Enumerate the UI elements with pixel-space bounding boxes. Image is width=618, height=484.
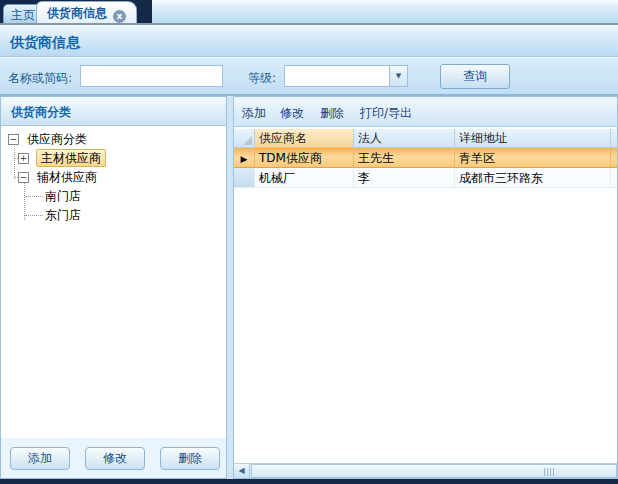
cell-supplier-name[interactable]: 机械厂: [255, 168, 354, 188]
row-indicator-header[interactable]: [234, 129, 255, 148]
tab-home-label: 主页: [11, 8, 35, 22]
cell-address[interactable]: 成都市三环路东: [455, 168, 611, 188]
tree-node-main-supplier[interactable]: +主材供应商: [1, 149, 226, 168]
expand-icon[interactable]: +: [18, 153, 29, 164]
tree-leaf-east-store-label[interactable]: 东门店: [45, 208, 81, 222]
name-code-input[interactable]: [80, 65, 223, 87]
table-row[interactable]: 机械厂 李 成都市三环路东: [234, 168, 617, 188]
chevron-down-icon: ▼: [396, 72, 401, 80]
tree-node-aux-supplier[interactable]: −辅材供应商: [1, 168, 226, 187]
app-window: 主页 供货商信息x 供货商信息 名称或简码: 等级: ▼ 查询 供货商分类: [0, 0, 618, 484]
cell-legal-person[interactable]: 王先生: [354, 148, 455, 168]
column-header-supplier-name[interactable]: 供应商名: [255, 129, 354, 148]
column-header-clipped: [611, 129, 617, 148]
tab-close-icon[interactable]: x: [113, 10, 126, 23]
tree-node-main-supplier-label[interactable]: 主材供应商: [36, 149, 106, 167]
tab-strip: 主页 供货商信息x: [0, 0, 618, 25]
supplier-grid-panel: 添加 修改 删除 打印/导出 供应商名 法人 详细地址 ▶ TDM供应商: [233, 96, 618, 479]
level-label: 等级:: [248, 70, 276, 87]
supplier-table: 供应商名 法人 详细地址 ▶ TDM供应商 王先生 青羊区 机械厂: [234, 129, 617, 463]
cell-address[interactable]: 青羊区: [455, 148, 611, 168]
toolbar-print-export-button[interactable]: 打印/导出: [360, 105, 412, 122]
level-combobox[interactable]: ▼: [284, 65, 408, 87]
scroll-left-arrow-icon[interactable]: ◀: [234, 464, 250, 478]
collapse-icon[interactable]: −: [8, 134, 19, 145]
column-header-address[interactable]: 详细地址: [455, 129, 611, 148]
name-code-label: 名称或简码:: [8, 70, 72, 87]
toolbar-edit-button[interactable]: 修改: [280, 105, 304, 122]
scrollbar-grip-icon: [544, 468, 554, 476]
category-delete-button[interactable]: 删除: [160, 447, 220, 470]
cell-clipped: [611, 168, 617, 188]
row-pointer-icon: ▶: [241, 154, 248, 164]
cell-clipped: [611, 148, 617, 168]
table-row[interactable]: ▶ TDM供应商 王先生 青羊区: [234, 148, 617, 168]
corner-triangle-icon: [243, 136, 252, 145]
category-panel: 供货商分类 −供应商分类 +主材供应商 −辅材供应商: [0, 96, 227, 479]
scrollbar-thumb[interactable]: [251, 464, 617, 478]
combobox-dropdown-button[interactable]: ▼: [389, 66, 407, 86]
category-panel-title: 供货商分类: [11, 104, 71, 121]
window-bottom-frame: [0, 479, 618, 484]
tab-supplier-info[interactable]: 供货商信息x: [36, 1, 137, 23]
column-header-legal-person[interactable]: 法人: [354, 129, 455, 148]
tree-leaf-south-store-label[interactable]: 南门店: [45, 189, 81, 203]
collapse-icon[interactable]: −: [18, 172, 29, 183]
main-area: 供货商分类 −供应商分类 +主材供应商 −辅材供应商: [0, 96, 618, 479]
tree-leaf-east-store[interactable]: 东门店: [1, 206, 226, 225]
cell-supplier-name[interactable]: TDM供应商: [255, 148, 354, 168]
grid-toolbar: 添加 修改 删除 打印/导出: [234, 97, 617, 127]
tree-node-root-label[interactable]: 供应商分类: [27, 132, 87, 146]
horizontal-scrollbar[interactable]: ◀: [234, 463, 617, 478]
category-panel-header: 供货商分类: [1, 97, 226, 126]
tree-node-aux-supplier-label[interactable]: 辅材供应商: [37, 170, 97, 184]
row-indicator-cell: ▶: [234, 148, 255, 168]
toolbar-delete-button[interactable]: 删除: [320, 105, 344, 122]
tree-node-root[interactable]: −供应商分类: [1, 130, 226, 149]
table-header-row: 供应商名 法人 详细地址: [234, 129, 617, 148]
category-add-button[interactable]: 添加: [10, 447, 70, 470]
category-edit-button[interactable]: 修改: [85, 447, 145, 470]
toolbar-add-button[interactable]: 添加: [242, 105, 266, 122]
search-bar: 名称或简码: 等级: ▼ 查询: [0, 57, 618, 96]
category-button-bar: 添加 修改 删除: [1, 438, 226, 478]
page-title: 供货商信息: [10, 34, 80, 52]
cell-legal-person[interactable]: 李: [354, 168, 455, 188]
level-combobox-value: [288, 69, 389, 85]
tab-supplier-info-label: 供货商信息: [47, 6, 107, 20]
category-tree: −供应商分类 +主材供应商 −辅材供应商 南门店 东门店: [1, 126, 226, 438]
title-bar: 供货商信息: [0, 25, 618, 57]
tree-leaf-south-store[interactable]: 南门店: [1, 187, 226, 206]
row-indicator-cell: [234, 168, 255, 188]
query-button[interactable]: 查询: [440, 64, 510, 89]
